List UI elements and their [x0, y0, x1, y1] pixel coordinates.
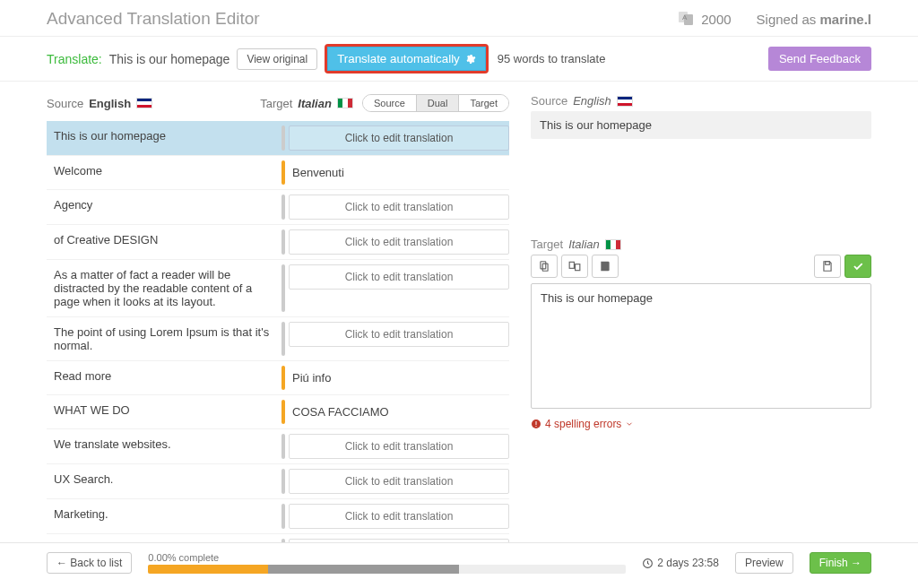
save-button[interactable] [814, 255, 841, 278]
segment-source: WHAT WE DO [47, 395, 278, 428]
translate-credits-icon: A [678, 11, 696, 27]
italy-flag-icon [605, 239, 621, 250]
segment-translation[interactable]: Piú info [289, 366, 509, 390]
words-remaining: 95 words to translate [498, 52, 606, 65]
segment-row[interactable]: of Creative DESIGNClick to edit translat… [47, 224, 509, 259]
view-target-button[interactable]: Target [458, 95, 508, 111]
segment-row[interactable]: Read morePiú info [47, 360, 509, 394]
uk-flag-icon [136, 98, 152, 108]
translate-label: Translate: [47, 52, 102, 66]
status-indicator [281, 195, 285, 220]
status-indicator [281, 504, 285, 529]
click-to-edit-button[interactable]: Click to edit translation [289, 195, 509, 220]
svg-text:A: A [682, 13, 688, 22]
click-to-edit-button[interactable]: Click to edit translation [289, 469, 509, 494]
segment-translation[interactable]: Benvenuti [289, 160, 509, 185]
preview-button[interactable]: Preview [735, 552, 793, 574]
clock-icon [642, 558, 654, 569]
signed-in-user: Signed as marine.l [757, 12, 871, 27]
segment-source: Read more [47, 361, 278, 394]
segment-translation[interactable]: COSA FACCIAMO [289, 400, 509, 424]
source-language-label: Source English [47, 97, 152, 110]
app-title: Advanced Translation Editor [47, 9, 678, 29]
segment-source: Marketing. [47, 499, 278, 533]
svg-rect-3 [541, 262, 546, 269]
segment-source: This is our homepage [47, 121, 278, 155]
status-indicator [281, 469, 285, 494]
svg-rect-4 [542, 264, 548, 271]
segment-source: of Creative DESIGN [47, 225, 278, 259]
translation-textarea[interactable] [531, 283, 871, 409]
progress-indicator: 0.00% complete [148, 552, 626, 574]
status-indicator [281, 264, 285, 312]
segment-row[interactable]: As a matter of fact a reader will be dis… [47, 259, 509, 316]
credits-display: A 2000 [678, 11, 731, 27]
status-indicator [281, 322, 285, 356]
segment-row[interactable]: UX Search.Click to edit translation [47, 463, 509, 498]
back-to-list-button[interactable]: ← Back to list [47, 552, 132, 574]
machine-translate-button[interactable] [561, 255, 588, 278]
svg-rect-9 [536, 421, 537, 425]
glossary-button[interactable] [592, 255, 619, 278]
rp-source-text: This is our homepage [531, 111, 871, 139]
view-mode-toggle: Source Dual Target [362, 94, 509, 112]
status-indicator [281, 434, 285, 459]
warning-icon [531, 419, 541, 429]
segment-source: We translate websites. [47, 429, 278, 463]
segment-source: As a matter of fact a reader will be dis… [47, 260, 278, 316]
click-to-edit-button[interactable]: Click to edit translation [289, 322, 509, 347]
rp-source-label: Source English [531, 94, 871, 108]
translating-page-name: This is our homepage [109, 52, 230, 66]
progress-bar [148, 565, 626, 574]
click-to-edit-button[interactable]: Click to edit translation [289, 125, 509, 151]
rp-target-label: Target Italian [531, 238, 871, 251]
segment-source: The point of using Lorem Ipsum is that i… [47, 317, 278, 360]
finish-button[interactable]: Finish → [810, 552, 871, 574]
status-indicator [281, 160, 285, 185]
segment-row[interactable]: Marketing.Click to edit translation [47, 498, 509, 533]
svg-rect-10 [536, 426, 537, 427]
chevron-down-icon [625, 419, 634, 428]
view-dual-button[interactable]: Dual [416, 95, 459, 111]
segment-row[interactable]: Development.Click to edit translation [47, 533, 509, 542]
segment-row[interactable]: AgencyClick to edit translation [47, 189, 509, 224]
svg-rect-7 [826, 262, 830, 265]
click-to-edit-button[interactable]: Click to edit translation [289, 264, 509, 290]
segment-source: Agency [47, 190, 278, 224]
svg-rect-6 [576, 264, 580, 271]
target-language-label: Target Italian [260, 97, 353, 110]
click-to-edit-button[interactable]: Click to edit translation [289, 504, 509, 529]
view-source-button[interactable]: Source [363, 95, 416, 111]
click-to-edit-button[interactable]: Click to edit translation [289, 434, 509, 459]
translate-automatically-button[interactable]: Translate automatically [327, 47, 486, 71]
segment-row[interactable]: WelcomeBenvenuti [47, 155, 509, 189]
segment-row[interactable]: We translate websites.Click to edit tran… [47, 428, 509, 463]
send-feedback-button[interactable]: Send Feedback [768, 47, 871, 71]
deadline-display: 2 days 23:58 [642, 557, 719, 569]
status-indicator [281, 229, 285, 255]
status-indicator [281, 366, 285, 390]
confirm-button[interactable] [844, 255, 871, 278]
click-to-edit-button[interactable]: Click to edit translation [289, 229, 509, 255]
segment-row[interactable]: WHAT WE DOCOSA FACCIAMO [47, 394, 509, 428]
status-indicator [281, 125, 285, 151]
segment-row[interactable]: The point of using Lorem Ipsum is that i… [47, 316, 509, 360]
credits-amount: 2000 [701, 12, 731, 27]
gear-icon [465, 54, 476, 65]
italy-flag-icon [337, 98, 353, 108]
status-indicator [281, 400, 285, 424]
segment-source: UX Search. [47, 464, 278, 498]
copy-source-button[interactable] [531, 255, 558, 278]
segment-source: Development. [47, 534, 278, 542]
spelling-errors-link[interactable]: 4 spelling errors [531, 418, 871, 430]
highlight-frame: Translate automatically [325, 44, 489, 74]
progress-label: 0.00% complete [148, 552, 626, 563]
uk-flag-icon [617, 96, 633, 107]
segment-source: Welcome [47, 156, 278, 189]
segment-row[interactable]: This is our homepageClick to edit transl… [47, 121, 509, 155]
svg-rect-5 [569, 262, 574, 268]
view-original-button[interactable]: View original [237, 48, 317, 70]
